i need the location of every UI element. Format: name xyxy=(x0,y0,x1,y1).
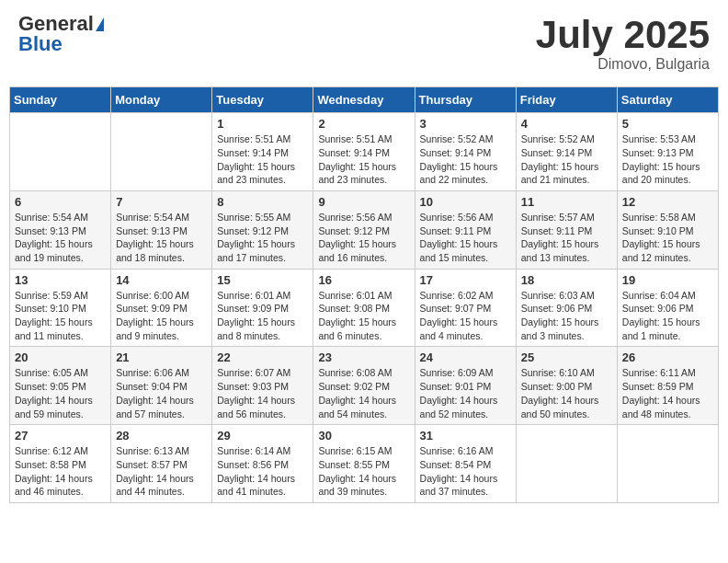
calendar-cell xyxy=(10,113,111,191)
day-detail: Sunrise: 5:51 AMSunset: 9:14 PMDaylight:… xyxy=(318,132,409,187)
day-number: 30 xyxy=(318,429,409,442)
day-number: 2 xyxy=(318,117,409,131)
day-detail: Sunrise: 5:54 AMSunset: 9:13 PMDaylight:… xyxy=(15,211,106,265)
day-number: 13 xyxy=(15,273,106,287)
calendar-cell: 16 Sunrise: 6:01 AMSunset: 9:08 PMDaylig… xyxy=(313,269,415,347)
day-detail: Sunrise: 5:52 AMSunset: 9:14 PMDaylight:… xyxy=(521,132,612,187)
day-number: 24 xyxy=(420,350,511,364)
day-number: 1 xyxy=(217,117,308,131)
calendar-cell: 15 Sunrise: 6:01 AMSunset: 9:09 PMDaylig… xyxy=(212,269,313,347)
calendar-cell: 5 Sunrise: 5:53 AMSunset: 9:13 PMDayligh… xyxy=(617,113,718,191)
calendar-cell: 8 Sunrise: 5:55 AMSunset: 9:12 PMDayligh… xyxy=(212,190,313,269)
day-number: 10 xyxy=(420,195,511,209)
day-number: 31 xyxy=(420,429,511,442)
calendar-cell: 9 Sunrise: 5:56 AMSunset: 9:12 PMDayligh… xyxy=(313,190,415,269)
calendar-table: Sunday Monday Tuesday Wednesday Thursday… xyxy=(9,86,719,503)
col-saturday: Saturday xyxy=(617,87,718,113)
calendar-cell: 21 Sunrise: 6:06 AMSunset: 9:04 PMDaylig… xyxy=(111,347,212,425)
day-detail: Sunrise: 5:55 AMSunset: 9:12 PMDaylight:… xyxy=(217,211,308,265)
col-tuesday: Tuesday xyxy=(212,87,313,113)
day-number: 9 xyxy=(318,195,409,209)
calendar-cell: 23 Sunrise: 6:08 AMSunset: 9:02 PMDaylig… xyxy=(313,347,415,425)
calendar-cell: 13 Sunrise: 5:59 AMSunset: 9:10 PMDaylig… xyxy=(10,269,111,347)
calendar-cell: 28 Sunrise: 6:13 AMSunset: 8:57 PMDaylig… xyxy=(111,425,212,503)
logo-general-text: General xyxy=(18,14,94,34)
day-detail: Sunrise: 6:05 AMSunset: 9:05 PMDaylight:… xyxy=(15,366,106,420)
day-number: 7 xyxy=(116,195,207,209)
day-detail: Sunrise: 5:54 AMSunset: 9:13 PMDaylight:… xyxy=(116,211,207,265)
calendar-week-row: 13 Sunrise: 5:59 AMSunset: 9:10 PMDaylig… xyxy=(10,269,719,347)
day-number: 26 xyxy=(622,350,713,364)
calendar-week-row: 1 Sunrise: 5:51 AMSunset: 9:14 PMDayligh… xyxy=(10,113,719,191)
day-detail: Sunrise: 6:03 AMSunset: 9:06 PMDaylight:… xyxy=(521,289,612,343)
col-wednesday: Wednesday xyxy=(313,87,415,113)
day-detail: Sunrise: 5:51 AMSunset: 9:14 PMDaylight:… xyxy=(217,132,308,187)
day-detail: Sunrise: 6:01 AMSunset: 9:09 PMDaylight:… xyxy=(217,289,308,343)
logo-blue-text: Blue xyxy=(18,32,63,55)
day-number: 4 xyxy=(521,117,612,131)
calendar-cell: 6 Sunrise: 5:54 AMSunset: 9:13 PMDayligh… xyxy=(10,190,111,269)
calendar-cell: 31 Sunrise: 6:16 AMSunset: 8:54 PMDaylig… xyxy=(415,425,516,503)
day-detail: Sunrise: 5:58 AMSunset: 9:10 PMDaylight:… xyxy=(622,211,713,265)
col-friday: Friday xyxy=(516,87,617,113)
day-number: 23 xyxy=(318,350,409,364)
day-number: 11 xyxy=(521,195,612,209)
calendar-cell: 14 Sunrise: 6:00 AMSunset: 9:09 PMDaylig… xyxy=(111,269,212,347)
day-number: 12 xyxy=(622,195,713,209)
calendar-title: July 2025 xyxy=(536,14,710,56)
calendar-cell xyxy=(111,113,212,191)
calendar-cell: 20 Sunrise: 6:05 AMSunset: 9:05 PMDaylig… xyxy=(10,347,111,425)
calendar-cell: 30 Sunrise: 6:15 AMSunset: 8:55 PMDaylig… xyxy=(313,425,415,503)
calendar-week-row: 27 Sunrise: 6:12 AMSunset: 8:58 PMDaylig… xyxy=(10,425,719,503)
page-header: General Blue July 2025 Dimovo, Bulgaria xyxy=(9,9,719,77)
calendar-cell: 26 Sunrise: 6:11 AMSunset: 8:59 PMDaylig… xyxy=(617,347,718,425)
calendar-cell: 27 Sunrise: 6:12 AMSunset: 8:58 PMDaylig… xyxy=(10,425,111,503)
day-detail: Sunrise: 5:57 AMSunset: 9:11 PMDaylight:… xyxy=(521,211,612,265)
day-detail: Sunrise: 6:10 AMSunset: 9:00 PMDaylight:… xyxy=(521,366,612,420)
day-detail: Sunrise: 5:52 AMSunset: 9:14 PMDaylight:… xyxy=(420,132,511,187)
day-number: 15 xyxy=(217,273,308,287)
calendar-cell: 19 Sunrise: 6:04 AMSunset: 9:06 PMDaylig… xyxy=(617,269,718,347)
day-detail: Sunrise: 5:56 AMSunset: 9:11 PMDaylight:… xyxy=(420,211,511,265)
day-number: 29 xyxy=(217,429,308,442)
day-detail: Sunrise: 6:13 AMSunset: 8:57 PMDaylight:… xyxy=(116,444,207,499)
day-number: 5 xyxy=(622,117,713,131)
calendar-week-row: 20 Sunrise: 6:05 AMSunset: 9:05 PMDaylig… xyxy=(10,347,719,425)
calendar-location: Dimovo, Bulgaria xyxy=(536,56,710,73)
day-detail: Sunrise: 5:59 AMSunset: 9:10 PMDaylight:… xyxy=(15,289,106,343)
day-detail: Sunrise: 6:16 AMSunset: 8:54 PMDaylight:… xyxy=(420,444,511,499)
calendar-cell xyxy=(617,425,718,503)
day-number: 27 xyxy=(15,429,106,442)
day-number: 14 xyxy=(116,273,207,287)
calendar-cell: 11 Sunrise: 5:57 AMSunset: 9:11 PMDaylig… xyxy=(516,190,617,269)
day-detail: Sunrise: 6:07 AMSunset: 9:03 PMDaylight:… xyxy=(217,366,308,420)
day-detail: Sunrise: 6:01 AMSunset: 9:08 PMDaylight:… xyxy=(318,289,409,343)
calendar-cell xyxy=(516,425,617,503)
day-number: 22 xyxy=(217,350,308,364)
day-detail: Sunrise: 6:09 AMSunset: 9:01 PMDaylight:… xyxy=(420,366,511,420)
calendar-cell: 17 Sunrise: 6:02 AMSunset: 9:07 PMDaylig… xyxy=(415,269,516,347)
title-block: July 2025 Dimovo, Bulgaria xyxy=(536,14,710,73)
day-detail: Sunrise: 6:08 AMSunset: 9:02 PMDaylight:… xyxy=(318,366,409,420)
calendar-cell: 4 Sunrise: 5:52 AMSunset: 9:14 PMDayligh… xyxy=(516,113,617,191)
calendar-cell: 24 Sunrise: 6:09 AMSunset: 9:01 PMDaylig… xyxy=(415,347,516,425)
day-number: 16 xyxy=(318,273,409,287)
day-number: 21 xyxy=(116,350,207,364)
calendar-cell: 3 Sunrise: 5:52 AMSunset: 9:14 PMDayligh… xyxy=(415,113,516,191)
calendar-cell: 29 Sunrise: 6:14 AMSunset: 8:56 PMDaylig… xyxy=(212,425,313,503)
day-number: 17 xyxy=(420,273,511,287)
day-detail: Sunrise: 6:15 AMSunset: 8:55 PMDaylight:… xyxy=(318,444,409,499)
day-number: 18 xyxy=(521,273,612,287)
logo: General Blue xyxy=(18,14,104,54)
day-detail: Sunrise: 6:06 AMSunset: 9:04 PMDaylight:… xyxy=(116,366,207,420)
day-number: 25 xyxy=(521,350,612,364)
col-sunday: Sunday xyxy=(10,87,111,113)
calendar-cell: 18 Sunrise: 6:03 AMSunset: 9:06 PMDaylig… xyxy=(516,269,617,347)
day-detail: Sunrise: 5:53 AMSunset: 9:13 PMDaylight:… xyxy=(622,132,713,187)
calendar-cell: 1 Sunrise: 5:51 AMSunset: 9:14 PMDayligh… xyxy=(212,113,313,191)
calendar-cell: 12 Sunrise: 5:58 AMSunset: 9:10 PMDaylig… xyxy=(617,190,718,269)
logo-triangle-icon xyxy=(96,17,104,31)
day-detail: Sunrise: 6:02 AMSunset: 9:07 PMDaylight:… xyxy=(420,289,511,343)
day-detail: Sunrise: 6:00 AMSunset: 9:09 PMDaylight:… xyxy=(116,289,207,343)
calendar-cell: 22 Sunrise: 6:07 AMSunset: 9:03 PMDaylig… xyxy=(212,347,313,425)
